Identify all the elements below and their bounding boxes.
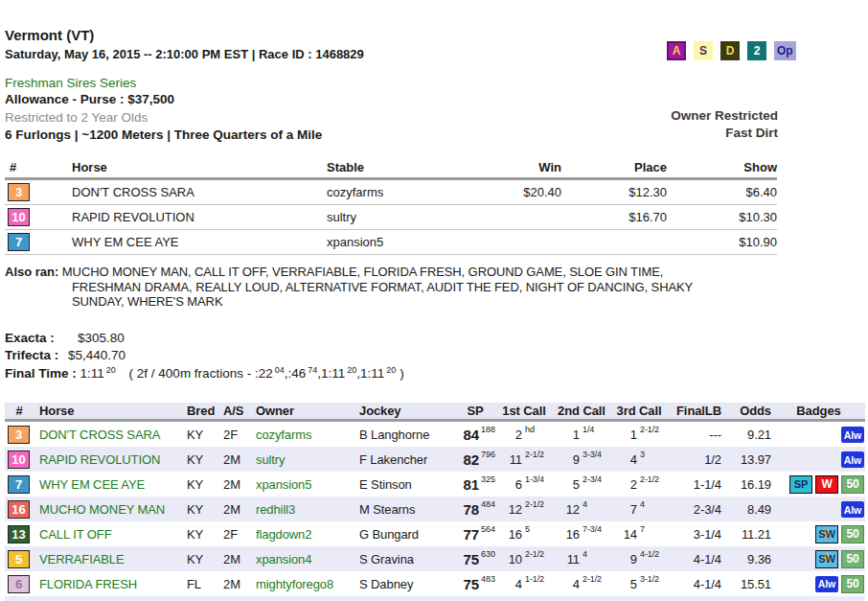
- final-time-label: Final Time :: [5, 366, 77, 381]
- call-margin: 2-3/4: [582, 474, 602, 484]
- owner-link[interactable]: redhill3: [256, 502, 295, 517]
- stable-cell: sultry: [327, 210, 442, 224]
- speed-figure: 78: [463, 501, 479, 518]
- results-col-header: Win: [442, 160, 561, 174]
- owner-link[interactable]: xpansion5: [256, 477, 311, 492]
- horse-link[interactable]: FLORIDA FRESH: [39, 577, 137, 591]
- horse-name-cell: RAPID REVOLUTION: [34, 452, 187, 467]
- details-col-header: Jockey: [359, 404, 455, 418]
- post-number-badge: 10: [8, 451, 30, 469]
- race-distance: 6 Furlongs | ~1200 Meters | Three Quarte…: [5, 127, 322, 142]
- jockey-cell: G Bungard: [359, 527, 455, 542]
- final-time-row: Final Time : 1:1120 ( 2f / 400m fraction…: [5, 366, 404, 381]
- call-cell: 93-3/4: [553, 452, 610, 467]
- horse-name-cell: MUCHO MONEY MAN: [34, 502, 187, 517]
- horse-link[interactable]: DON'T CROSS SARA: [39, 428, 160, 442]
- post-cell: 3: [5, 426, 34, 444]
- race-badge-alw: Alw: [841, 451, 864, 468]
- owner-cell: cozyfarms: [256, 428, 359, 442]
- details-col-header: Horse: [34, 404, 187, 418]
- speed-figure-sup: 796: [481, 450, 495, 459]
- race-class-badge-s[interactable]: S: [694, 41, 713, 60]
- odds-cell: 13.97: [725, 452, 773, 467]
- post-number-badge: 16: [8, 500, 30, 519]
- race-class-badge-a[interactable]: A: [667, 41, 686, 60]
- age-sex-cell: 2F: [223, 428, 256, 442]
- call-cell: 11/4: [553, 428, 610, 442]
- speed-figure: 75: [463, 551, 479, 567]
- owner-link[interactable]: xpansion4: [256, 552, 311, 566]
- details-row: 5VERRAFIABLEKY2Mxpansion4S Gravina756301…: [5, 546, 865, 571]
- fraction-sup: 74: [308, 365, 317, 375]
- race-class-badge-op[interactable]: Op: [774, 41, 796, 60]
- call-margin: 1-1/2: [525, 574, 544, 584]
- trifecta-value: $5,440.70: [68, 348, 126, 362]
- call-cell: 102-1/2: [495, 552, 553, 566]
- call-position: 12: [495, 502, 522, 517]
- badges-cell: ★SW50: [773, 550, 865, 568]
- horse-link[interactable]: CALL IT OFF: [39, 527, 111, 542]
- results-col-header: #: [5, 160, 68, 174]
- details-col-header: 1st Call: [495, 404, 553, 418]
- call-position: 4: [553, 577, 580, 591]
- speed-figure-sup: 484: [481, 499, 495, 509]
- owner-link[interactable]: cozyfarms: [256, 428, 311, 442]
- horse-link[interactable]: RAPID REVOLUTION: [39, 452, 160, 467]
- call-margin: 3-3/4: [582, 450, 602, 459]
- final-lengths-behind-cell: 1/2: [668, 452, 725, 467]
- horse-link[interactable]: VERRAFIABLE: [39, 552, 125, 566]
- post-cell: 13: [5, 525, 34, 543]
- owner-link[interactable]: flagdown2: [256, 527, 311, 542]
- post-cell: 10: [5, 208, 68, 226]
- also-ran: Also ran: MUCHO MONEY MAN, CALL IT OFF, …: [5, 265, 693, 310]
- call-position: 14: [610, 527, 637, 542]
- horse-name-cell: VERRAFIABLE: [34, 552, 187, 566]
- badges-cell: SPW50: [773, 475, 865, 494]
- race-class-badge-2[interactable]: 2: [747, 41, 766, 60]
- post-number-badge: 3: [8, 183, 30, 201]
- race-class-badge-d[interactable]: D: [720, 41, 740, 60]
- speed-figure: 82: [463, 451, 479, 468]
- race-badge-alw: Alw: [841, 427, 864, 443]
- horse-link[interactable]: MUCHO MONEY MAN: [39, 502, 165, 517]
- post-cell: 3: [5, 183, 68, 201]
- call-cell: 61-3/4: [495, 477, 553, 492]
- speed-figure-cell: 82796: [455, 451, 495, 468]
- owner-cell: mightyforego8: [256, 577, 359, 591]
- details-col-header: #: [5, 404, 34, 418]
- exacta-value: $305.80: [78, 331, 125, 345]
- odds-cell: 11.21: [725, 527, 773, 542]
- bred-cell: KY: [187, 502, 223, 517]
- odds-cell: 9.21: [725, 428, 773, 442]
- call-position: 1: [553, 428, 580, 442]
- call-cell: 94-1/2: [610, 552, 668, 566]
- exacta-row: Exacta :$305.80: [5, 331, 125, 345]
- horse-link[interactable]: WHY EM CEE AYE: [39, 477, 145, 492]
- bred-cell: KY: [187, 477, 223, 492]
- owner-link[interactable]: sultry: [256, 452, 285, 467]
- call-cell: 42-1/2: [553, 577, 610, 591]
- speed-figure-sup: 564: [481, 524, 495, 534]
- final-lengths-behind-cell: ---: [668, 428, 725, 442]
- details-row: 10RAPID REVOLUTIONKY2MsultryF Lakencher8…: [5, 447, 865, 472]
- show-cell: $10.90: [667, 235, 777, 249]
- post-number-badge: 7: [8, 475, 30, 494]
- owner-link[interactable]: mightyforego8: [256, 577, 333, 591]
- call-margin: 3-1/2: [640, 574, 659, 584]
- call-position: 11: [553, 552, 580, 566]
- owner-cell: flagdown2: [256, 527, 359, 542]
- call-margin: 2-1/2: [640, 425, 659, 434]
- place-cell: $12.30: [561, 185, 667, 199]
- series-name: Freshman Sires Series: [5, 76, 136, 90]
- call-margin: 4-1/2: [640, 549, 659, 559]
- details-col-header: 3rd Call: [610, 404, 668, 418]
- bred-cell: KY: [187, 527, 223, 542]
- details-col-header: Owner: [256, 404, 359, 418]
- results-col-header: Show: [667, 160, 777, 174]
- race-results-page: Vermont (VT) Saturday, May 16, 2015 -- 2…: [0, 0, 868, 601]
- call-margin: hd: [525, 425, 535, 434]
- call-cell: 167-3/4: [553, 527, 610, 542]
- call-cell: 52-3/4: [553, 477, 610, 492]
- race-badge-alw: Alw: [815, 576, 838, 592]
- call-position: 6: [495, 477, 522, 492]
